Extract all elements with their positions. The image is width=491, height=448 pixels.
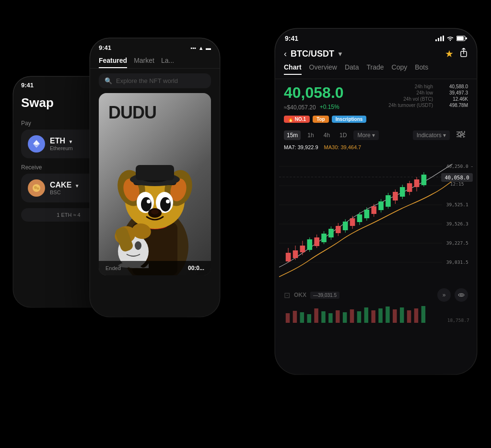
svg-rect-78 [371,206,376,214]
chart-status-right [435,35,467,41]
svg-rect-102 [286,313,290,323]
svg-rect-111 [350,309,354,323]
chart-area: 40,058.0 12:15 40,250.0 — 39,525.1 39,52… [279,152,473,286]
ma-row: MA7: 39,922.9 MA30: 39,464.7 [275,143,477,152]
svg-rect-33 [438,38,439,41]
svg-rect-107 [321,311,326,323]
time-4h[interactable]: 4h [321,130,333,140]
phone-chart: 9:41 [275,29,477,374]
cake-icon [28,179,45,197]
svg-point-3 [34,186,37,189]
chart-header: ‹ BTC/USDT ▼ ★ [275,44,477,63]
stat-24h-low: 24h low 39,497.3 [388,90,468,95]
svg-rect-110 [343,312,347,323]
tab-la[interactable]: La... [161,57,174,68]
svg-rect-66 [328,229,334,237]
svg-rect-17 [136,165,174,180]
badge-top: Top [313,116,329,123]
fast-forward-button[interactable]: » [437,288,451,302]
svg-rect-56 [293,250,298,258]
nft-status-icons: ▪▪▪ ▲ ▬ [191,43,211,52]
svg-point-45 [461,135,464,138]
nft-timer: 00:0... [188,265,204,271]
phone-nft: 9:41 ▪▪▪ ▲ ▬ Featured Market La... 🔍 Exp… [90,38,220,317]
svg-text:39,031.5: 39,031.5 [446,259,468,265]
nft-signal-icon: ▪▪▪ [191,45,197,51]
svg-point-25 [151,210,159,214]
svg-rect-90 [414,179,420,187]
indicators-button[interactable]: Indicators ▾ [413,130,450,140]
chart-settings-button[interactable] [454,130,468,141]
nft-search-bar[interactable]: 🔍 Explore the NFT world [99,73,211,88]
svg-rect-114 [371,310,375,323]
eth-chain: Ethereum [50,145,73,151]
bottom-price-label: —39,031.5 [310,292,339,299]
tab-market[interactable]: Market [134,57,154,68]
nft-battery-icon: ▬ [206,45,211,51]
svg-point-21 [160,197,171,212]
pair-title: BTC/USDT ▼ [291,49,343,59]
svg-point-20 [141,197,152,212]
header-actions: ★ [445,48,468,59]
nft-ended-label: Ended [105,265,121,271]
eth-name: ETH ▼ [50,137,73,145]
eth-info: ETH ▼ Ethereum [50,137,73,151]
svg-rect-103 [293,311,297,323]
nft-status-bar: 9:41 ▪▪▪ ▲ ▬ [90,38,220,54]
stat-vol: 24h vol (BTC) 12.46K [388,96,468,102]
svg-rect-116 [386,307,390,323]
tab-bots[interactable]: Bots [415,63,428,75]
chart-time: 9:41 [285,35,298,42]
search-icon: 🔍 [105,77,112,84]
svg-text:39,227.5: 39,227.5 [446,240,468,246]
time-1d[interactable]: 1D [337,130,350,140]
svg-rect-74 [357,214,362,222]
cake-chain: BSC [50,189,80,195]
tab-trade[interactable]: Trade [367,63,384,75]
svg-point-22 [147,200,151,203]
tab-chart[interactable]: Chart [284,63,302,75]
tab-overview[interactable]: Overview [309,63,337,75]
more-button[interactable]: More ▾ [353,130,379,140]
swap-time: 9:41 [21,82,34,89]
svg-rect-54 [286,253,291,261]
svg-rect-38 [466,37,467,39]
star-icon[interactable]: ★ [445,48,454,59]
svg-rect-76 [364,210,370,218]
svg-point-44 [458,133,461,136]
svg-rect-88 [407,183,412,192]
chart-tabs: Chart Overview Data Trade Copy Bots [275,63,477,79]
screenshot-icon[interactable]: ⊡ [284,291,290,300]
price-sub-row: ≈$40,057.20 +0.15% [284,103,344,111]
tab-featured[interactable]: Featured [99,57,127,68]
svg-rect-117 [393,309,397,323]
svg-point-4 [37,188,39,190]
eye-button[interactable] [455,288,468,302]
svg-rect-108 [328,313,333,323]
nft-card-bg: DUDU [99,93,211,275]
svg-text:40,058.0: 40,058.0 [444,175,469,180]
share-icon[interactable] [459,48,468,59]
time-1h[interactable]: 1h [304,130,316,140]
price-section: 40,058.0 ≈$40,057.20 +0.15% 24h high 40,… [275,79,477,116]
badge-inscriptions: Inscriptions [332,116,367,123]
chart-bottom-left: ⊡ OKX —39,031.5 [284,291,339,300]
svg-point-43 [462,131,465,133]
svg-text:12:15: 12:15 [450,181,464,187]
tab-copy[interactable]: Copy [392,63,408,75]
svg-rect-113 [364,307,369,323]
svg-rect-62 [314,237,319,246]
tab-data[interactable]: Data [345,63,359,75]
battery-icon [456,35,467,41]
svg-rect-80 [378,201,384,210]
price-left: 40,058.0 ≈$40,057.20 +0.15% [284,84,344,111]
nft-wifi-icon: ▲ [199,45,204,51]
svg-rect-86 [400,187,405,197]
ma30-label: MA30: 39,464.7 [324,144,362,150]
time-15m[interactable]: 15m [284,130,301,140]
svg-rect-60 [307,239,312,250]
svg-point-28 [135,241,141,250]
cake-info: CAKE ▼ BSC [50,181,80,195]
svg-rect-32 [435,39,437,41]
back-arrow-icon[interactable]: ‹ [284,49,287,59]
